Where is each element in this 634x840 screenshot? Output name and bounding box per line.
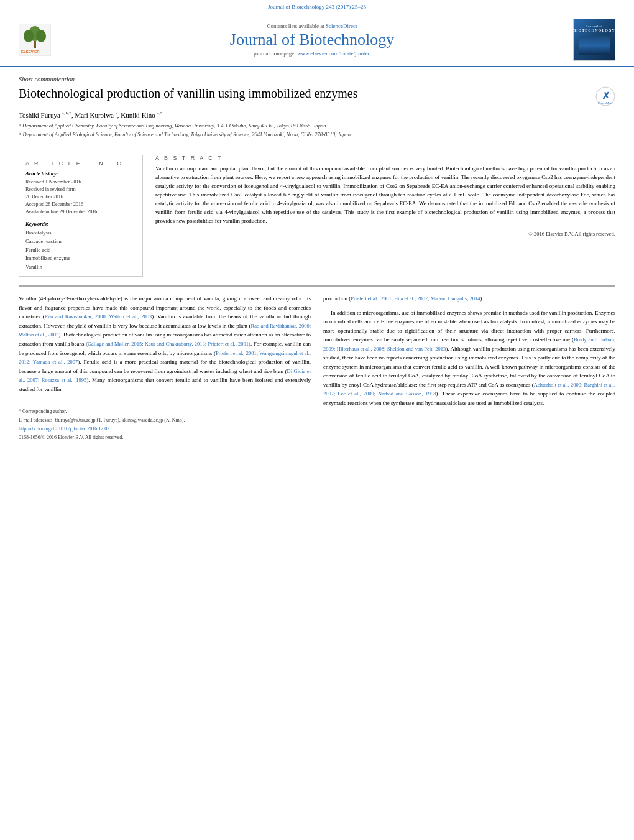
cite-8[interactable]: Achterholt et al., 2000; Barghini et al.…: [323, 382, 615, 397]
footnote-doi: http://dx.doi.org/10.1016/j.jbiotec.2016…: [19, 425, 311, 433]
cite-3[interactable]: Gallage and Møller, 2015; Kaur and Chakr…: [88, 341, 249, 347]
journal-title-header: Journal of Biotechnology: [62, 30, 562, 49]
body-two-columns: Vanillin (4-hydroxy-3-methoxybenzaldehyd…: [19, 294, 615, 443]
body-text-col2: production (Priefert et al., 2001; Hua e…: [323, 294, 615, 407]
body-paragraph-1: Vanillin (4-hydroxy-3-methoxybenzaldehyd…: [19, 294, 311, 394]
sciencedirect-label: Contents lists available at ScienceDirec…: [62, 23, 562, 29]
svg-text:CrossMark: CrossMark: [598, 101, 613, 105]
journal-citation: Journal of Biotechnology 243 (2017) 25–2…: [268, 4, 366, 10]
abstract-column: A B S T R A C T Vanillin is an important…: [155, 155, 615, 277]
author-kino: Kuniki Kino a,*: [121, 111, 162, 119]
affil-text-b: Department of Applied Biological Science…: [23, 131, 351, 139]
cite-7[interactable]: Brady and Jordaan, 2009; Hilterhaus et a…: [323, 336, 615, 352]
affiliation-b: b Department of Applied Biological Scien…: [19, 131, 615, 139]
article-history-section: Article history: Received 1 November 201…: [25, 170, 136, 216]
footnote-issn: 0168-1656/© 2016 Elsevier B.V. All right…: [19, 434, 311, 441]
abstract-text: Vanillin is an important and popular pla…: [155, 165, 615, 226]
affil-label-b: b: [19, 131, 21, 139]
cite-4[interactable]: Priefert et al., 2001; Wangrangsimagul e…: [19, 350, 311, 366]
header-left: ELSEVIER: [19, 24, 62, 56]
abstract-heading: A B S T R A C T: [155, 155, 615, 161]
svg-text:ELSEVIER: ELSEVIER: [21, 50, 40, 53]
revised-date2: 26 December 2016: [25, 193, 136, 201]
cite-2[interactable]: Rao and Ravishankar, 2000; Walton et al.…: [19, 323, 311, 338]
author-furuya: Toshiki Furuya a, b,*: [19, 111, 71, 119]
keywords-section: Keywords: Biocatalysis Cascade reaction …: [25, 221, 136, 271]
homepage-link[interactable]: www.elsevier.com/locate/jbiotec: [297, 50, 370, 57]
footnote-corresponding: * Corresponding author.: [19, 408, 311, 415]
header-right: Journal ofBIOTECHNOLOGY: [573, 19, 615, 61]
article-title: Biotechnological production of vanillin …: [19, 85, 588, 101]
body-text-col1: Vanillin (4-hydroxy-3-methoxybenzaldehyd…: [19, 294, 311, 394]
keyword-1: Biocatalysis: [25, 229, 136, 238]
journal-header: ELSEVIER Contents lists available at Sci…: [0, 12, 634, 67]
journal-homepage: journal homepage: www.elsevier.com/locat…: [62, 50, 562, 57]
svg-point-3: [36, 30, 46, 42]
journal-citation-bar: Journal of Biotechnology 243 (2017) 25–2…: [0, 0, 634, 12]
keyword-4: Immobilized enzyme: [25, 254, 136, 263]
page: Journal of Biotechnology 243 (2017) 25–2…: [0, 0, 634, 840]
article-info-abstract-section: A R T I C L E I N F O Article history: R…: [19, 147, 615, 277]
article-content: Short communication Biotechnological pro…: [0, 67, 634, 443]
svg-text:✗: ✗: [602, 91, 610, 101]
author-kuroiwa: Mari Kuroiwa a: [75, 111, 117, 119]
journal-thumbnail: Journal ofBIOTECHNOLOGY: [573, 19, 615, 61]
revised-date: Received in revised form: [25, 186, 136, 193]
body-col-2: production (Priefert et al., 2001; Hua e…: [323, 294, 615, 443]
article-info-heading: A R T I C L E I N F O: [25, 160, 136, 167]
affiliation-a: a Department of Applied Chemistry, Facul…: [19, 122, 615, 130]
body-paragraph-3: In addition to microorganisms, use of im…: [323, 308, 615, 407]
affil-text-a: Department of Applied Chemistry, Faculty…: [22, 122, 326, 130]
history-heading: Article history:: [25, 170, 136, 177]
footnote-email: E-mail addresses: tfuruya@rs.tus.ac.jp (…: [19, 417, 311, 424]
doi-link[interactable]: http://dx.doi.org/10.1016/j.jbiotec.2016…: [19, 426, 112, 432]
body-section: Vanillin (4-hydroxy-3-methoxybenzaldehyd…: [19, 285, 615, 443]
body-col-1: Vanillin (4-hydroxy-3-methoxybenzaldehyd…: [19, 294, 311, 443]
cite-1[interactable]: Rao and Ravishankar, 2000; Walton et al.…: [45, 313, 152, 320]
article-type: Short communication: [19, 76, 615, 83]
journal-thumb-text: Journal ofBIOTECHNOLOGY: [573, 25, 615, 34]
crossmark-icon[interactable]: ✗ CrossMark: [595, 86, 615, 106]
elsevier-tree-icon: ELSEVIER: [19, 24, 51, 56]
received-date: Received 1 November 2016: [25, 178, 136, 186]
copyright-line: © 2016 Elsevier B.V. All rights reserved…: [155, 231, 615, 237]
accepted-date: Accepted 28 December 2016: [25, 201, 136, 208]
article-info-box: A R T I C L E I N F O Article history: R…: [19, 155, 143, 277]
online-date: Available online 29 December 2016: [25, 208, 136, 216]
authors-line: Toshiki Furuya a, b,*, Mari Kuroiwa a, K…: [19, 111, 615, 119]
elsevier-logo: ELSEVIER: [19, 24, 51, 56]
cite-5[interactable]: Di Gioia et al., 2007; Rosazza et al., 1…: [19, 368, 311, 384]
svg-point-2: [24, 30, 34, 42]
keyword-5: Vanillin: [25, 263, 136, 272]
keyword-2: Cascade reaction: [25, 238, 136, 246]
body-paragraph-2: production (Priefert et al., 2001; Hua e…: [323, 294, 615, 303]
sciencedirect-link[interactable]: ScienceDirect: [326, 23, 357, 29]
article-title-row: Biotechnological production of vanillin …: [19, 85, 615, 106]
svg-rect-4: [34, 41, 36, 48]
keywords-heading: Keywords:: [25, 221, 136, 227]
journal-thumb-image: [579, 36, 610, 55]
keyword-3: Ferulic acid: [25, 246, 136, 255]
article-info-column: A R T I C L E I N F O Article history: R…: [19, 155, 143, 277]
footnotes: * Corresponding author. E-mail addresses…: [19, 404, 311, 441]
affiliations: a Department of Applied Chemistry, Facul…: [19, 122, 615, 139]
header-center: Contents lists available at ScienceDirec…: [62, 23, 562, 57]
cite-6[interactable]: Priefert et al., 2001; Hua et al., 2007;…: [351, 295, 480, 302]
affil-label-a: a: [19, 122, 21, 130]
